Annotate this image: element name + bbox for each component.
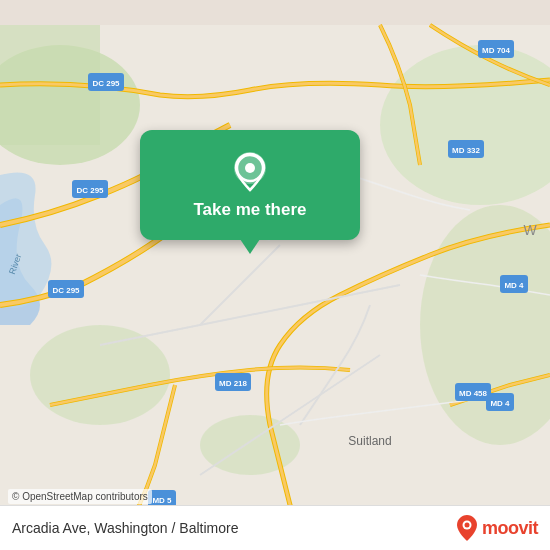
svg-point-32: [245, 163, 255, 173]
svg-text:MD 5: MD 5: [152, 496, 172, 505]
svg-text:DC 295: DC 295: [92, 79, 120, 88]
take-me-there-container[interactable]: Take me there: [140, 130, 360, 240]
svg-point-5: [30, 325, 170, 425]
take-me-there-label: Take me there: [193, 200, 306, 220]
svg-point-34: [464, 523, 469, 528]
svg-text:Suitland: Suitland: [348, 434, 391, 448]
svg-text:DC 295: DC 295: [76, 186, 104, 195]
svg-text:MD 332: MD 332: [452, 146, 481, 155]
svg-text:MD 4: MD 4: [504, 281, 524, 290]
svg-text:MD 704: MD 704: [482, 46, 511, 55]
copyright-text: © OpenStreetMap contributors: [8, 489, 152, 504]
address-text: Arcadia Ave, Washington / Baltimore: [12, 520, 238, 536]
svg-text:MD 218: MD 218: [219, 379, 248, 388]
svg-text:MD 458: MD 458: [459, 389, 488, 398]
map-container: DC 295 DC 295 DC 295 MD 332 MD 704 MD 4 …: [0, 0, 550, 550]
bottom-bar: Arcadia Ave, Washington / Baltimore moov…: [0, 505, 550, 550]
svg-text:DC 295: DC 295: [52, 286, 80, 295]
map-background: DC 295 DC 295 DC 295 MD 332 MD 704 MD 4 …: [0, 0, 550, 550]
svg-text:MD 4: MD 4: [490, 399, 510, 408]
svg-text:W: W: [523, 222, 537, 238]
location-pin-icon: [228, 150, 272, 194]
take-me-there-card[interactable]: Take me there: [140, 130, 360, 240]
moovit-logo: moovit: [456, 514, 538, 542]
moovit-logo-text: moovit: [482, 518, 538, 539]
moovit-logo-pin-icon: [456, 514, 478, 542]
